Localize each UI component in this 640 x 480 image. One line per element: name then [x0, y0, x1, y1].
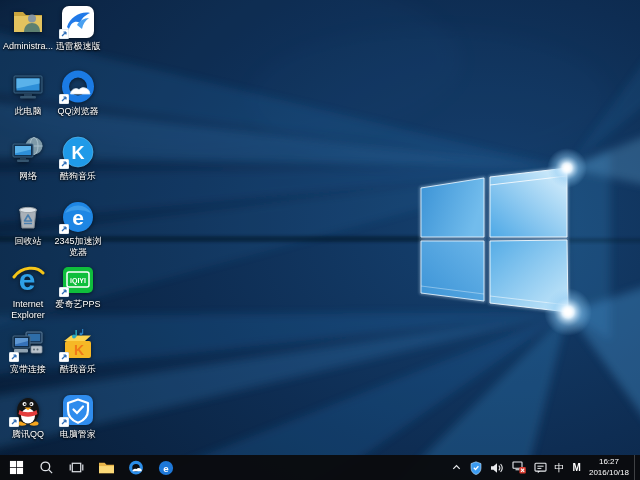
- shortcut-arrow-badge: [9, 417, 19, 427]
- user-folder-icon: [11, 5, 45, 39]
- icon-label: 回收站: [1, 236, 55, 247]
- ime-language-indicator[interactable]: M: [569, 455, 585, 480]
- shortcut-arrow-badge: [59, 94, 69, 104]
- clock-date: 2016/10/18: [589, 468, 629, 478]
- tray-network-disconnected[interactable]: [508, 455, 530, 480]
- network-globe-icon: [11, 135, 45, 169]
- file-explorer-button[interactable]: [91, 455, 121, 480]
- folder-icon: [98, 460, 115, 475]
- ime-mode-indicator[interactable]: 中: [551, 455, 569, 480]
- desktop-icon-broadband-connection[interactable]: 宽带连接: [1, 328, 55, 375]
- icon-label: Internet Explorer: [1, 299, 55, 322]
- desktop-icon-recycle-bin[interactable]: 回收站: [1, 200, 55, 247]
- desktop-icon-kugou-music[interactable]: K 酷狗音乐: [51, 135, 105, 182]
- xunlei-bird-icon: [61, 5, 95, 39]
- computer-monitor-icon: [11, 70, 45, 104]
- clock-time: 16:27: [589, 457, 629, 467]
- ime-language-text: M: [573, 455, 581, 480]
- desktop-icon-2345-browser[interactable]: e 2345加速浏览器: [51, 200, 105, 259]
- notification-icon: [534, 462, 547, 474]
- e-browser-icon: e: [158, 460, 174, 476]
- qq-browser-taskbar-button[interactable]: [121, 455, 151, 480]
- task-view-icon: [69, 460, 84, 475]
- 2345-browser-taskbar-button[interactable]: e: [151, 455, 181, 480]
- icon-label: 网络: [1, 171, 55, 182]
- desktop-icon-xunlei-thunder[interactable]: 迅雷极速版: [51, 5, 105, 52]
- shortcut-arrow-badge: [59, 159, 69, 169]
- shield-check-icon: [61, 393, 95, 427]
- network-error-icon: [512, 461, 526, 474]
- shield-icon: [470, 461, 482, 475]
- svg-text:e: e: [72, 206, 84, 229]
- qq-browser-ring-icon: [61, 70, 95, 104]
- start-button[interactable]: [1, 455, 31, 480]
- desktop-icon-pc-manager[interactable]: 电脑管家: [51, 393, 105, 440]
- search-icon: [39, 460, 54, 475]
- kugou-k-icon: K: [61, 135, 95, 169]
- shortcut-arrow-badge: [9, 352, 19, 362]
- qq-penguin-icon: [11, 393, 45, 427]
- desktop-icon-tencent-qq[interactable]: 腾讯QQ: [1, 393, 55, 440]
- icon-label: 酷我音乐: [51, 364, 105, 375]
- system-tray: 中 M 16:27 2016/10/18: [447, 455, 640, 480]
- ime-mode-text: 中: [555, 455, 565, 480]
- taskbar-clock[interactable]: 16:27 2016/10/18: [585, 457, 634, 478]
- iqiyi-icon: iQIYI: [61, 263, 95, 297]
- shortcut-arrow-badge: [59, 352, 69, 362]
- icon-label: 迅雷极速版: [51, 41, 105, 52]
- icon-label: QQ浏览器: [51, 106, 105, 117]
- desktop-icon-qq-browser[interactable]: QQ浏览器: [51, 70, 105, 117]
- qq-browser-icon: [128, 460, 144, 476]
- icon-label: 腾讯QQ: [1, 429, 55, 440]
- tray-action-center[interactable]: [530, 455, 551, 480]
- shortcut-arrow-badge: [59, 29, 69, 39]
- task-view-button[interactable]: [61, 455, 91, 480]
- svg-text:e: e: [163, 462, 169, 473]
- shortcut-arrow-badge: [59, 224, 69, 234]
- internet-explorer-icon: e: [11, 263, 45, 297]
- 2345-e-icon: e: [61, 200, 95, 234]
- svg-text:K: K: [74, 342, 84, 358]
- broadband-computers-icon: [11, 328, 45, 362]
- hidden-icons-button[interactable]: [447, 455, 466, 480]
- desktop-icon-network[interactable]: 网络: [1, 135, 55, 182]
- icon-label: 电脑管家: [51, 429, 105, 440]
- icon-label: 2345加速浏览器: [51, 236, 105, 259]
- desktop-icon-iqiyi-pps[interactable]: iQIYI 爱奇艺PPS: [51, 263, 105, 310]
- kuwo-box-icon: K: [61, 328, 95, 362]
- svg-text:K: K: [72, 143, 85, 163]
- speaker-icon: [490, 462, 504, 474]
- recycle-bin-icon: [11, 200, 45, 234]
- tray-pc-manager[interactable]: [466, 455, 486, 480]
- desktop: Administra... 迅雷极速版 此电脑: [0, 0, 640, 480]
- svg-text:iQIYI: iQIYI: [70, 277, 86, 285]
- icon-label: 爱奇艺PPS: [51, 299, 105, 310]
- shortcut-arrow-badge: [59, 417, 69, 427]
- shortcut-arrow-badge: [59, 287, 69, 297]
- desktop-icon-this-pc[interactable]: 此电脑: [1, 70, 55, 117]
- icon-label: 酷狗音乐: [51, 171, 105, 182]
- icon-label: 宽带连接: [1, 364, 55, 375]
- desktop-icon-internet-explorer[interactable]: e Internet Explorer: [1, 263, 55, 322]
- windows-logo-icon: [9, 460, 24, 475]
- icon-label: 此电脑: [1, 106, 55, 117]
- search-button[interactable]: [31, 455, 61, 480]
- show-desktop-button[interactable]: [634, 455, 640, 480]
- tray-volume[interactable]: [486, 455, 508, 480]
- icon-label: Administra...: [1, 41, 55, 52]
- desktop-icon-kuwo-music[interactable]: K 酷我音乐: [51, 328, 105, 375]
- desktop-icon-administrator-files[interactable]: Administra...: [1, 5, 55, 52]
- taskbar: e: [0, 455, 640, 480]
- chevron-up-icon: [451, 462, 462, 473]
